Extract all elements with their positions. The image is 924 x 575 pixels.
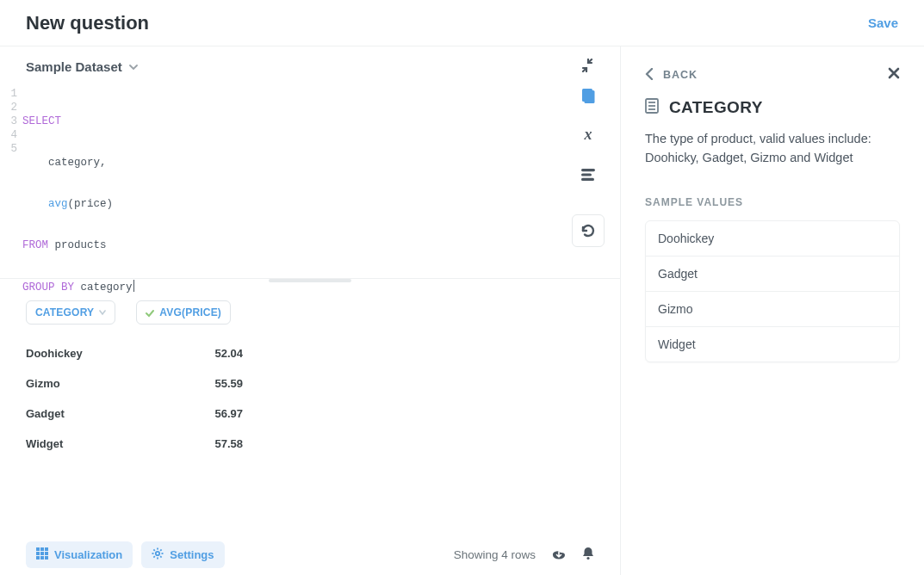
svg-rect-7 [36,547,40,551]
chevron-left-icon [645,68,653,83]
row-count: Showing 4 rows [454,548,536,561]
cell-value: 57.58 [191,429,243,459]
table-row[interactable]: Gadget56.97 [26,399,243,429]
cell-value: 55.59 [191,368,243,399]
table-row[interactable]: Gizmo55.59 [26,368,243,399]
sample-values-heading: SAMPLE VALUES [645,196,900,208]
variables-icon[interactable]: x [580,127,597,144]
column-header-avgprice[interactable]: AVG(PRICE) [136,300,231,325]
close-icon[interactable] [888,67,900,83]
cell-category: Widget [26,429,191,459]
collapse-editor-icon[interactable] [580,59,594,75]
table-row[interactable]: Widget57.58 [26,429,243,459]
svg-rect-14 [40,556,44,560]
grid-icon [36,547,48,562]
sample-value-item[interactable]: Doohickey [646,221,899,257]
snippets-icon[interactable] [580,166,597,183]
visualization-button[interactable]: Visualization [26,541,133,568]
svg-text:x: x [584,127,592,143]
cell-value: 52.04 [191,338,243,368]
sql-code: SELECT category, avg(price) FROM product… [22,87,134,278]
svg-rect-12 [45,552,48,555]
save-button[interactable]: Save [868,15,898,30]
sample-value-item[interactable]: Widget [646,327,899,362]
page-title: New question [26,12,149,34]
check-icon [146,308,154,317]
column-description: The type of product, valid values includ… [645,129,900,167]
svg-rect-6 [581,178,594,181]
svg-rect-11 [40,552,44,555]
dataset-picker[interactable]: Sample Dataset [26,59,138,74]
download-icon[interactable] [551,547,567,563]
data-reference-icon[interactable] [580,87,597,104]
svg-rect-9 [45,547,48,551]
svg-rect-15 [45,556,48,560]
svg-line-22 [160,556,161,557]
svg-rect-5 [581,173,592,176]
settings-button[interactable]: Settings [141,541,224,568]
column-reference-panel: BACK CATEGORY The type of product, valid… [621,46,924,575]
sample-values-list: DoohickeyGadgetGizmoWidget [645,220,900,362]
sample-value-item[interactable]: Gizmo [646,292,899,327]
svg-rect-10 [36,552,40,555]
field-icon [645,98,659,117]
table-row[interactable]: Doohickey52.04 [26,338,243,368]
svg-line-21 [154,549,155,550]
chevron-down-icon [129,59,138,74]
svg-rect-8 [40,547,44,551]
query-results: CATEGORY AVG(PRICE) Doohickey52.04Gizmo5… [0,285,620,534]
svg-point-16 [156,551,159,554]
svg-rect-13 [36,556,40,560]
column-name: CATEGORY [669,98,763,117]
line-gutter: 12345 [3,87,22,278]
svg-rect-2 [585,90,595,103]
cell-category: Doohickey [26,338,191,368]
svg-line-23 [160,549,161,550]
dataset-name: Sample Dataset [26,59,122,74]
svg-point-25 [586,556,589,559]
gear-icon [152,547,164,562]
back-button[interactable]: BACK [645,68,698,83]
svg-rect-4 [581,169,595,171]
sample-value-item[interactable]: Gadget [646,257,899,292]
run-query-button[interactable] [572,214,605,247]
cell-category: Gadget [26,399,191,429]
bell-icon[interactable] [582,547,594,563]
cell-category: Gizmo [26,368,191,399]
sql-editor[interactable]: 12345 SELECT category, avg(price) FROM p… [0,87,620,278]
cell-value: 56.97 [191,399,243,429]
svg-line-24 [154,556,155,557]
